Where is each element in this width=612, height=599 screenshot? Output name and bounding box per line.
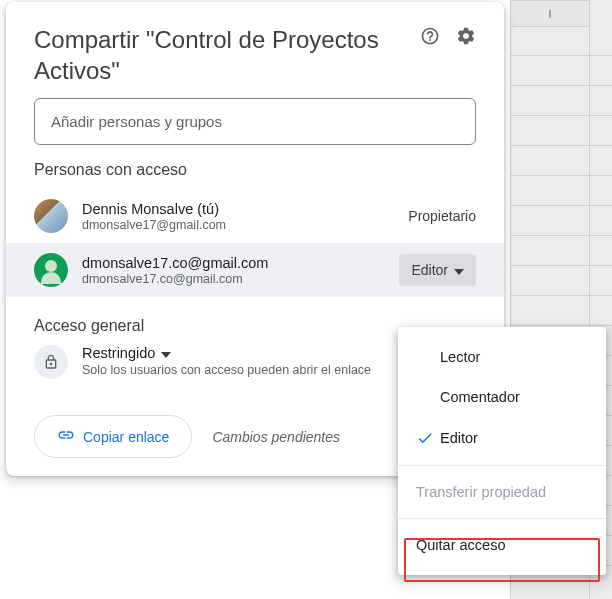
person-name: dmonsalve17.co@gmail.com [82, 255, 399, 271]
person-name: Dennis Monsalve (tú) [82, 201, 408, 217]
check-icon [416, 429, 440, 447]
pending-changes-label: Cambios pendientes [212, 428, 340, 446]
gear-icon[interactable] [456, 26, 476, 50]
role-option-viewer[interactable]: Lector [398, 337, 606, 377]
role-dropdown-label: Editor [411, 262, 448, 278]
avatar [34, 199, 68, 233]
role-dropdown-menu: Lector Comentador Editor Transferir prop… [398, 327, 606, 575]
caret-down-icon [454, 262, 464, 278]
person-email: dmonsalve17.co@gmail.com [82, 272, 399, 286]
caret-down-icon [161, 345, 171, 361]
role-label-owner: Propietario [408, 208, 476, 224]
help-icon[interactable] [420, 26, 440, 50]
lock-icon [34, 345, 68, 379]
remove-access-option[interactable]: Quitar acceso [398, 525, 606, 565]
divider [398, 518, 606, 519]
general-access-sub: Solo los usuarios con acceso pueden abri… [82, 363, 371, 377]
divider [398, 465, 606, 466]
role-option-commenter[interactable]: Comentador [398, 377, 606, 417]
transfer-ownership-option: Transferir propiedad [398, 472, 606, 512]
add-people-input[interactable] [34, 98, 476, 145]
person-row: dmonsalve17.co@gmail.com dmonsalve17.co@… [6, 243, 504, 297]
person-row: Dennis Monsalve (tú) dmonsalve17@gmail.c… [6, 189, 504, 243]
people-section-title: Personas con acceso [6, 161, 504, 179]
dialog-title: Compartir "Control de Proyectos Activos" [34, 24, 420, 86]
role-dropdown-trigger[interactable]: Editor [399, 254, 476, 286]
link-icon [57, 426, 75, 447]
role-option-editor[interactable]: Editor [398, 417, 606, 459]
copy-link-button[interactable]: Copiar enlace [34, 415, 192, 458]
person-email: dmonsalve17@gmail.com [82, 218, 408, 232]
avatar [34, 253, 68, 287]
copy-link-label: Copiar enlace [83, 429, 169, 445]
general-access-dropdown[interactable]: Restringido [82, 345, 371, 361]
